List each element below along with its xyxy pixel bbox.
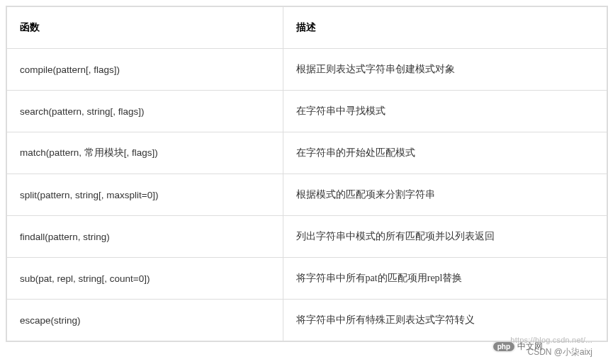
table-wrapper: 函数 描述 compile(pattern[, flags]) 根据正则表达式字… bbox=[6, 6, 608, 342]
desc-cell: 将字符串中所有特殊正则表达式字符转义 bbox=[283, 300, 607, 341]
fn-cell: findall(pattern, string) bbox=[7, 216, 283, 258]
table-row: escape(string) 将字符串中所有特殊正则表达式字符转义 bbox=[7, 300, 607, 341]
table-row: match(pattern, 常用模块[, flags]) 在字符串的开始处匹配… bbox=[7, 132, 607, 174]
fn-cell: split(pattern, string[, maxsplit=0]) bbox=[7, 174, 283, 216]
fn-cell: match(pattern, 常用模块[, flags]) bbox=[7, 132, 283, 174]
page-container: 函数 描述 compile(pattern[, flags]) 根据正则表达式字… bbox=[3, 6, 608, 364]
desc-cell: 在字符串中寻找模式 bbox=[283, 91, 607, 132]
desc-cell: 根据模式的匹配项来分割字符串 bbox=[283, 174, 607, 216]
functions-table: 函数 描述 compile(pattern[, flags]) 根据正则表达式字… bbox=[6, 6, 607, 341]
header-function: 函数 bbox=[7, 7, 283, 49]
table-row: sub(pat, repl, string[, count=0]) 将字符串中所… bbox=[7, 258, 607, 300]
table-row: split(pattern, string[, maxsplit=0]) 根据模… bbox=[7, 174, 607, 216]
table-row: findall(pattern, string) 列出字符串中模式的所有匹配项并… bbox=[7, 216, 607, 258]
fn-cell: sub(pat, repl, string[, count=0]) bbox=[7, 258, 283, 300]
desc-cell: 列出字符串中模式的所有匹配项并以列表返回 bbox=[283, 216, 607, 258]
table-row: search(pattern, string[, flags]) 在字符串中寻找… bbox=[7, 91, 607, 132]
fn-cell: compile(pattern[, flags]) bbox=[7, 49, 283, 91]
table-header-row: 函数 描述 bbox=[7, 7, 607, 49]
php-pill: php bbox=[493, 342, 514, 351]
fn-cell: escape(string) bbox=[7, 300, 283, 341]
table-row: compile(pattern[, flags]) 根据正则表达式字符串创建模式… bbox=[7, 49, 607, 91]
fn-cell: search(pattern, string[, flags]) bbox=[7, 91, 283, 132]
desc-cell: 根据正则表达式字符串创建模式对象 bbox=[283, 49, 607, 91]
desc-cell: 将字符串中所有pat的匹配项用repl替换 bbox=[283, 258, 607, 300]
credit-text: CSDN @小柒aixj bbox=[527, 346, 592, 358]
header-description: 描述 bbox=[283, 7, 607, 49]
desc-cell: 在字符串的开始处匹配模式 bbox=[283, 132, 607, 174]
